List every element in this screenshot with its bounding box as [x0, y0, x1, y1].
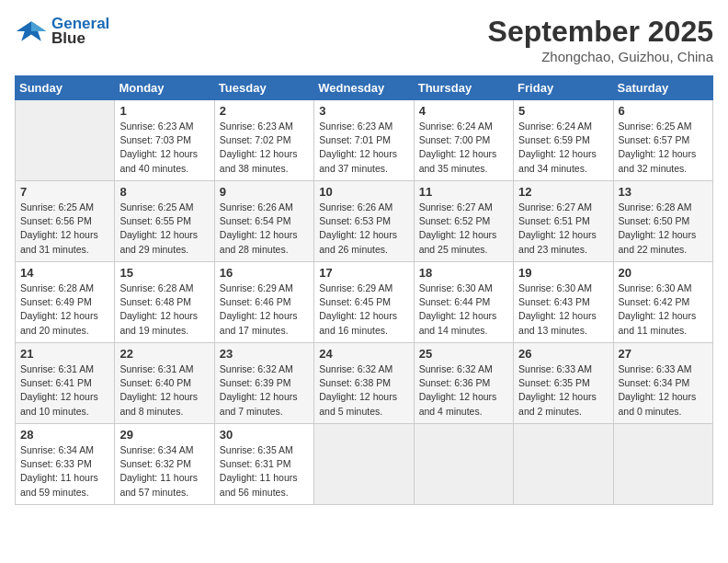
calendar-cell: 20Sunrise: 6:30 AM Sunset: 6:42 PM Dayli… [613, 262, 712, 343]
day-info: Sunrise: 6:31 AM Sunset: 6:41 PM Dayligh… [20, 362, 109, 419]
day-number: 7 [20, 185, 109, 199]
day-number: 15 [119, 266, 209, 280]
day-of-week-header: Tuesday [214, 76, 313, 100]
day-number: 4 [419, 104, 508, 118]
day-info: Sunrise: 6:35 AM Sunset: 6:31 PM Dayligh… [220, 443, 309, 500]
day-number: 21 [20, 347, 109, 361]
day-number: 1 [119, 104, 209, 118]
calendar-cell: 11Sunrise: 6:27 AM Sunset: 6:52 PM Dayli… [414, 181, 513, 262]
calendar-header-row: SundayMondayTuesdayWednesdayThursdayFrid… [16, 76, 713, 100]
calendar-cell: 16Sunrise: 6:29 AM Sunset: 6:46 PM Dayli… [214, 262, 313, 343]
calendar-cell: 28Sunrise: 6:34 AM Sunset: 6:33 PM Dayli… [16, 424, 115, 505]
day-number: 12 [518, 185, 608, 199]
day-info: Sunrise: 6:30 AM Sunset: 6:42 PM Dayligh… [619, 282, 708, 338]
day-number: 13 [619, 185, 708, 199]
calendar-cell: 9Sunrise: 6:26 AM Sunset: 6:54 PM Daylig… [214, 181, 313, 262]
svg-marker-1 [31, 21, 46, 31]
calendar-cell: 6Sunrise: 6:25 AM Sunset: 6:57 PM Daylig… [613, 100, 712, 181]
day-info: Sunrise: 6:33 AM Sunset: 6:34 PM Dayligh… [619, 362, 708, 419]
day-info: Sunrise: 6:25 AM Sunset: 6:55 PM Dayligh… [119, 201, 209, 257]
calendar-cell: 29Sunrise: 6:34 AM Sunset: 6:32 PM Dayli… [115, 424, 214, 505]
day-info: Sunrise: 6:32 AM Sunset: 6:39 PM Dayligh… [220, 362, 309, 419]
day-number: 3 [319, 104, 408, 118]
calendar-cell: 2Sunrise: 6:23 AM Sunset: 7:02 PM Daylig… [214, 100, 313, 181]
calendar-cell: 8Sunrise: 6:25 AM Sunset: 6:55 PM Daylig… [115, 181, 214, 262]
day-info: Sunrise: 6:28 AM Sunset: 6:48 PM Dayligh… [119, 282, 209, 338]
day-info: Sunrise: 6:29 AM Sunset: 6:45 PM Dayligh… [319, 282, 408, 338]
calendar-week-row: 14Sunrise: 6:28 AM Sunset: 6:49 PM Dayli… [16, 262, 713, 343]
calendar-cell [16, 100, 115, 181]
day-info: Sunrise: 6:28 AM Sunset: 6:50 PM Dayligh… [619, 201, 708, 257]
day-number: 26 [518, 347, 608, 361]
day-number: 8 [119, 185, 209, 199]
day-info: Sunrise: 6:32 AM Sunset: 6:36 PM Dayligh… [419, 362, 508, 419]
calendar-cell: 12Sunrise: 6:27 AM Sunset: 6:51 PM Dayli… [514, 181, 613, 262]
calendar-week-row: 1Sunrise: 6:23 AM Sunset: 7:03 PM Daylig… [16, 100, 713, 181]
day-number: 25 [419, 347, 508, 361]
calendar-cell [613, 424, 712, 505]
logo-text: General Blue [51, 15, 109, 48]
day-of-week-header: Saturday [613, 76, 712, 100]
calendar-cell: 15Sunrise: 6:28 AM Sunset: 6:48 PM Dayli… [115, 262, 214, 343]
calendar-cell: 3Sunrise: 6:23 AM Sunset: 7:01 PM Daylig… [314, 100, 414, 181]
calendar-cell: 17Sunrise: 6:29 AM Sunset: 6:45 PM Dayli… [314, 262, 414, 343]
calendar-cell: 19Sunrise: 6:30 AM Sunset: 6:43 PM Dayli… [514, 262, 613, 343]
calendar-cell: 4Sunrise: 6:24 AM Sunset: 7:00 PM Daylig… [414, 100, 513, 181]
calendar-cell [414, 424, 513, 505]
calendar-cell: 14Sunrise: 6:28 AM Sunset: 6:49 PM Dayli… [16, 262, 115, 343]
calendar-cell: 10Sunrise: 6:26 AM Sunset: 6:53 PM Dayli… [314, 181, 414, 262]
day-number: 11 [419, 185, 508, 199]
calendar-cell: 27Sunrise: 6:33 AM Sunset: 6:34 PM Dayli… [613, 343, 712, 424]
day-number: 27 [619, 347, 708, 361]
day-info: Sunrise: 6:23 AM Sunset: 7:01 PM Dayligh… [319, 120, 408, 176]
day-number: 17 [319, 266, 408, 280]
calendar-cell: 23Sunrise: 6:32 AM Sunset: 6:39 PM Dayli… [214, 343, 313, 424]
calendar-cell: 5Sunrise: 6:24 AM Sunset: 6:59 PM Daylig… [514, 100, 613, 181]
day-info: Sunrise: 6:25 AM Sunset: 6:56 PM Dayligh… [20, 201, 109, 257]
day-of-week-header: Thursday [414, 76, 513, 100]
day-info: Sunrise: 6:26 AM Sunset: 6:53 PM Dayligh… [319, 201, 408, 257]
location: Zhongchao, Guizhou, China [488, 49, 713, 64]
day-info: Sunrise: 6:27 AM Sunset: 6:51 PM Dayligh… [518, 201, 608, 257]
day-of-week-header: Friday [514, 76, 613, 100]
day-info: Sunrise: 6:34 AM Sunset: 6:32 PM Dayligh… [119, 443, 209, 500]
calendar-cell: 22Sunrise: 6:31 AM Sunset: 6:40 PM Dayli… [115, 343, 214, 424]
day-number: 28 [20, 428, 109, 442]
day-info: Sunrise: 6:24 AM Sunset: 7:00 PM Dayligh… [419, 120, 508, 176]
calendar-cell [314, 424, 414, 505]
day-number: 18 [419, 266, 508, 280]
day-number: 5 [518, 104, 608, 118]
day-info: Sunrise: 6:31 AM Sunset: 6:40 PM Dayligh… [119, 362, 209, 419]
logo: General Blue [15, 15, 109, 48]
calendar-week-row: 21Sunrise: 6:31 AM Sunset: 6:41 PM Dayli… [16, 343, 713, 424]
day-number: 10 [319, 185, 408, 199]
calendar-table: SundayMondayTuesdayWednesdayThursdayFrid… [15, 75, 713, 505]
calendar-cell: 26Sunrise: 6:33 AM Sunset: 6:35 PM Dayli… [514, 343, 613, 424]
day-info: Sunrise: 6:23 AM Sunset: 7:03 PM Dayligh… [119, 120, 209, 176]
calendar-week-row: 28Sunrise: 6:34 AM Sunset: 6:33 PM Dayli… [16, 424, 713, 505]
calendar-cell: 7Sunrise: 6:25 AM Sunset: 6:56 PM Daylig… [16, 181, 115, 262]
calendar-cell [514, 424, 613, 505]
day-number: 14 [20, 266, 109, 280]
day-number: 30 [220, 428, 309, 442]
day-info: Sunrise: 6:33 AM Sunset: 6:35 PM Dayligh… [518, 362, 608, 419]
calendar-cell: 1Sunrise: 6:23 AM Sunset: 7:03 PM Daylig… [115, 100, 214, 181]
page-header: General Blue September 2025 Zhongchao, G… [15, 15, 713, 64]
day-number: 29 [119, 428, 209, 442]
calendar-cell: 21Sunrise: 6:31 AM Sunset: 6:41 PM Dayli… [16, 343, 115, 424]
day-info: Sunrise: 6:23 AM Sunset: 7:02 PM Dayligh… [220, 120, 309, 176]
calendar-week-row: 7Sunrise: 6:25 AM Sunset: 6:56 PM Daylig… [16, 181, 713, 262]
calendar-cell: 13Sunrise: 6:28 AM Sunset: 6:50 PM Dayli… [613, 181, 712, 262]
day-number: 20 [619, 266, 708, 280]
day-number: 16 [220, 266, 309, 280]
day-number: 22 [119, 347, 209, 361]
day-info: Sunrise: 6:32 AM Sunset: 6:38 PM Dayligh… [319, 362, 408, 419]
month-title: September 2025 [488, 15, 713, 49]
day-number: 19 [518, 266, 608, 280]
day-info: Sunrise: 6:30 AM Sunset: 6:44 PM Dayligh… [419, 282, 508, 338]
day-info: Sunrise: 6:26 AM Sunset: 6:54 PM Dayligh… [220, 201, 309, 257]
day-info: Sunrise: 6:29 AM Sunset: 6:46 PM Dayligh… [220, 282, 309, 338]
day-info: Sunrise: 6:30 AM Sunset: 6:43 PM Dayligh… [518, 282, 608, 338]
title-block: September 2025 Zhongchao, Guizhou, China [488, 15, 713, 64]
calendar-cell: 30Sunrise: 6:35 AM Sunset: 6:31 PM Dayli… [214, 424, 313, 505]
